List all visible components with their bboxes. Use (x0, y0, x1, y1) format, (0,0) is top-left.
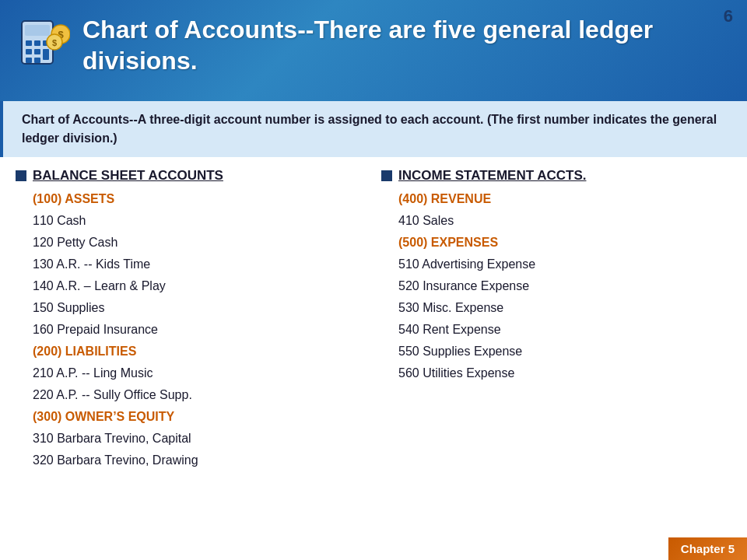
svg-rect-1 (25, 25, 50, 36)
list-item: 530 Misc. Expense (398, 297, 731, 319)
bullet-icon (381, 170, 392, 181)
list-item: 560 Utilities Expense (398, 362, 731, 384)
list-item: 160 Prepaid Insurance (33, 319, 366, 341)
main-content: BALANCE SHEET ACCOUNTS (100) ASSETS 110 … (0, 157, 747, 479)
subheader-description: Chart of Accounts--A three-digit account… (0, 101, 747, 157)
slide-number: 6 (724, 6, 733, 26)
balance-sheet-label: BALANCE SHEET ACCOUNTS (33, 168, 223, 184)
balance-sheet-header: BALANCE SHEET ACCOUNTS (16, 168, 366, 184)
list-item: 520 Insurance Expense (398, 275, 731, 297)
svg-rect-6 (34, 49, 40, 54)
svg-text:$: $ (52, 38, 57, 47)
svg-rect-3 (34, 40, 40, 46)
svg-rect-5 (26, 49, 32, 54)
svg-rect-7 (43, 49, 49, 60)
bullet-icon (16, 170, 26, 181)
page-title: Chart of Accounts--There are five genera… (82, 14, 685, 76)
list-item: 510 Advertising Expense (398, 254, 731, 275)
svg-rect-9 (34, 58, 40, 63)
list-item: 210 A.P. -- Ling Music (33, 362, 366, 384)
income-statement-header: INCOME STATEMENT ACCTS. (381, 168, 731, 184)
calculator-icon: $ $ (16, 17, 70, 72)
right-column: INCOME STATEMENT ACCTS. (400) REVENUE 41… (381, 168, 731, 471)
list-item: 410 Sales (398, 210, 731, 232)
list-item: 120 Petty Cash (33, 232, 366, 254)
income-statement-list: (400) REVENUE 410 Sales (500) EXPENSES 5… (381, 188, 731, 384)
list-item: (100) ASSETS (33, 188, 366, 210)
list-item: (300) OWNER’S EQUITY (33, 406, 366, 428)
list-item: 110 Cash (33, 210, 366, 232)
list-item: 150 Supplies (33, 297, 366, 319)
list-item: 310 Barbara Trevino, Capital (33, 428, 366, 450)
list-item: (500) EXPENSES (398, 232, 731, 254)
list-item: 130 A.R. -- Kids Time (33, 254, 366, 275)
list-item: 320 Barbara Trevino, Drawing (33, 450, 366, 471)
left-column: BALANCE SHEET ACCOUNTS (100) ASSETS 110 … (16, 168, 366, 471)
header: $ $ Chart of Accounts--There are five ge… (0, 0, 747, 101)
chapter-badge: Chapter 5 (668, 537, 747, 560)
list-item: (400) REVENUE (398, 188, 731, 210)
list-item: (200) LIABILITIES (33, 341, 366, 362)
balance-sheet-list: (100) ASSETS 110 Cash 120 Petty Cash 130… (16, 188, 366, 471)
list-item: 540 Rent Expense (398, 319, 731, 341)
svg-rect-2 (26, 40, 32, 46)
list-item: 550 Supplies Expense (398, 341, 731, 362)
income-statement-label: INCOME STATEMENT ACCTS. (398, 168, 586, 184)
list-item: 140 A.R. – Learn & Play (33, 275, 366, 297)
list-item: 220 A.P. -- Sully Office Supp. (33, 384, 366, 406)
svg-rect-8 (26, 58, 32, 63)
